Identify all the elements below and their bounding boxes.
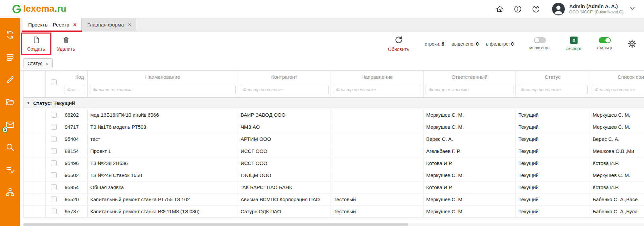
cell-checkbox bbox=[46, 121, 62, 133]
cell-status: Текущий bbox=[516, 109, 590, 121]
table-row[interactable]: 95496 ТЗ №238 2Н636 ИССГ ООО Котова И.Р.… bbox=[23, 157, 644, 169]
table-row[interactable]: 88154 Проект 1 ИССГ ООО Агельбаев Г. Р. … bbox=[23, 145, 644, 157]
select-all-checkbox[interactable] bbox=[51, 79, 57, 85]
tab-projects-registry[interactable]: Проекты - Реестр × bbox=[22, 18, 82, 31]
cell-coexecutors: Меркушев С. М. bbox=[590, 169, 644, 181]
filter-input-status[interactable] bbox=[518, 85, 588, 94]
row-checkbox[interactable] bbox=[51, 209, 57, 214]
cell-name: Проект 1 bbox=[88, 145, 238, 157]
chevron-down-icon[interactable] bbox=[630, 5, 635, 12]
row-checkbox[interactable] bbox=[51, 184, 57, 190]
cell-indent bbox=[23, 157, 33, 169]
filter-chip-status[interactable]: Статус × bbox=[23, 58, 53, 68]
cell-responsible: Котова И.Р. bbox=[424, 157, 516, 169]
cell-name: Капитальный ремонт станка ВФ-11М8 (ТЗ 03… bbox=[88, 206, 238, 217]
cell-coexecutors: Котова И.Р. bbox=[590, 157, 644, 169]
sidebar-item-sync[interactable] bbox=[5, 30, 15, 40]
lexema-logo-icon bbox=[11, 4, 22, 14]
filter-input-code[interactable] bbox=[64, 85, 85, 94]
user-name: Admin (Admin A. A.) bbox=[569, 3, 624, 10]
cell-status: Текущий bbox=[516, 181, 590, 193]
filter-input-contragent[interactable] bbox=[240, 85, 329, 94]
row-checkbox[interactable] bbox=[51, 136, 57, 142]
cell-code: 95404 bbox=[62, 133, 88, 145]
tab-main-form[interactable]: Главная форма × bbox=[82, 18, 136, 31]
cell-status: Текущий bbox=[516, 193, 590, 205]
cell-indent bbox=[23, 121, 33, 133]
group-row-status[interactable]: ▼ Статус: Текущий bbox=[23, 98, 644, 109]
table-row[interactable]: 95854 Общая заявка "АК БАРС" ПАО БАНК Ко… bbox=[23, 181, 644, 193]
cell-direction bbox=[331, 121, 424, 133]
table-row[interactable]: 95502 ТЗ №248 Станок 1658 ГЗОЦМ ООО Мерк… bbox=[23, 169, 644, 181]
header-spacer-cell bbox=[33, 71, 46, 97]
sync-icon bbox=[5, 30, 15, 41]
sidebar-item-search[interactable] bbox=[5, 143, 15, 153]
tab-bar: Проекты - Реестр × Главная форма × bbox=[20, 18, 644, 32]
multisort-toggle[interactable]: множ.сорт. bbox=[529, 37, 551, 50]
row-checkbox[interactable] bbox=[51, 148, 57, 154]
create-button[interactable]: Создать bbox=[23, 34, 49, 53]
filter-input-direction[interactable] bbox=[333, 85, 421, 94]
group-label: Статус: bbox=[33, 100, 52, 106]
cell-indent bbox=[23, 109, 33, 121]
filter-input-responsible[interactable] bbox=[426, 85, 513, 94]
user-text: Admin (Admin A. A.) ООО "ИССГ" (Bulatnik… bbox=[569, 3, 624, 14]
cell-code: 95496 bbox=[62, 157, 88, 169]
tab-close-icon[interactable]: × bbox=[128, 22, 131, 27]
pencil-icon bbox=[5, 75, 15, 86]
toggle-on-icon[interactable] bbox=[599, 37, 611, 43]
chip-close-icon[interactable]: × bbox=[45, 61, 48, 66]
home-icon[interactable] bbox=[495, 5, 504, 13]
row-checkbox[interactable] bbox=[51, 112, 57, 118]
cell-direction bbox=[331, 133, 424, 145]
lexema-logo[interactable]: lexema.ru bbox=[11, 4, 66, 14]
sidebar-item-mail[interactable]: 3 bbox=[5, 120, 15, 130]
export-button[interactable]: X экспорт bbox=[566, 37, 582, 51]
search-icon bbox=[5, 143, 15, 153]
cell-indent bbox=[23, 181, 33, 193]
cell-direction bbox=[331, 109, 424, 121]
header-actions: Admin (Admin A. A.) ООО "ИССГ" (Bulatnik… bbox=[486, 2, 635, 16]
cell-contragent: ГЗОЦМ ООО bbox=[238, 169, 331, 181]
collapse-triangle-icon[interactable]: ▼ bbox=[23, 101, 33, 105]
info-icon[interactable] bbox=[513, 5, 522, 13]
cell-contragent: "АК БАРС" ПАО БАНК bbox=[238, 181, 331, 193]
filter-label: фильтр bbox=[597, 45, 612, 50]
user-menu[interactable]: Admin (Admin A. A.) ООО "ИССГ" (Bulatnik… bbox=[552, 2, 635, 16]
table-row[interactable]: 94717 ТЗ №176 модель РТ503 ЧМЗ АО Меркуш… bbox=[23, 121, 644, 133]
table-row[interactable]: 95737 Капитальный ремонт станка ВФ-11М8 … bbox=[23, 206, 644, 218]
table-row[interactable]: 95520 Капитальный ремонт станка РТ755 ТЗ… bbox=[23, 193, 644, 206]
sidebar-item-hierarchy[interactable] bbox=[5, 187, 15, 197]
settings-gear-icon[interactable] bbox=[628, 39, 637, 48]
row-checkbox[interactable] bbox=[51, 172, 57, 178]
toggle-off-icon[interactable] bbox=[534, 37, 546, 43]
row-checkbox[interactable] bbox=[51, 196, 57, 202]
cell-status: Текущий bbox=[516, 169, 590, 181]
sidebar-item-folder[interactable] bbox=[5, 98, 15, 108]
scrollbar-thumb[interactable] bbox=[23, 223, 408, 226]
filter-input-coexecutors[interactable] bbox=[592, 85, 644, 94]
row-checkbox[interactable] bbox=[51, 124, 57, 130]
horizontal-scrollbar[interactable] bbox=[23, 223, 644, 226]
help-icon[interactable] bbox=[532, 5, 540, 13]
sidebar-item-forms[interactable] bbox=[5, 53, 15, 63]
delete-button[interactable]: Удалить bbox=[53, 34, 79, 53]
stat-filtered: в фильтре:0 bbox=[486, 41, 514, 47]
filter-toggle[interactable]: фильтр bbox=[597, 37, 612, 50]
checklist-icon bbox=[5, 165, 15, 175]
filter-input-name[interactable] bbox=[90, 85, 236, 94]
sidebar-item-edit[interactable] bbox=[5, 75, 15, 85]
cell-checkbox bbox=[46, 181, 62, 193]
sidebar-item-tasks[interactable] bbox=[5, 165, 15, 175]
tab-close-icon[interactable]: × bbox=[73, 22, 77, 27]
mail-badge: 3 bbox=[2, 127, 8, 133]
cell-indent bbox=[23, 145, 33, 157]
column-header-status: Статус bbox=[516, 71, 590, 97]
table-row[interactable]: 95404 тест АРТИМ ООО Верес С. А. Текущий… bbox=[23, 133, 644, 145]
avatar bbox=[552, 2, 565, 16]
toolbar: Создать Удалить Обновить строки:9 выделе… bbox=[20, 32, 644, 56]
table-row[interactable]: 88202 мод.16Б16КПФ10 инв№ 6966 ВАИР ЗАВО… bbox=[23, 109, 644, 121]
cell-direction: Тестовый bbox=[331, 193, 424, 205]
row-checkbox[interactable] bbox=[51, 160, 57, 166]
refresh-button[interactable]: Обновить bbox=[384, 34, 413, 54]
